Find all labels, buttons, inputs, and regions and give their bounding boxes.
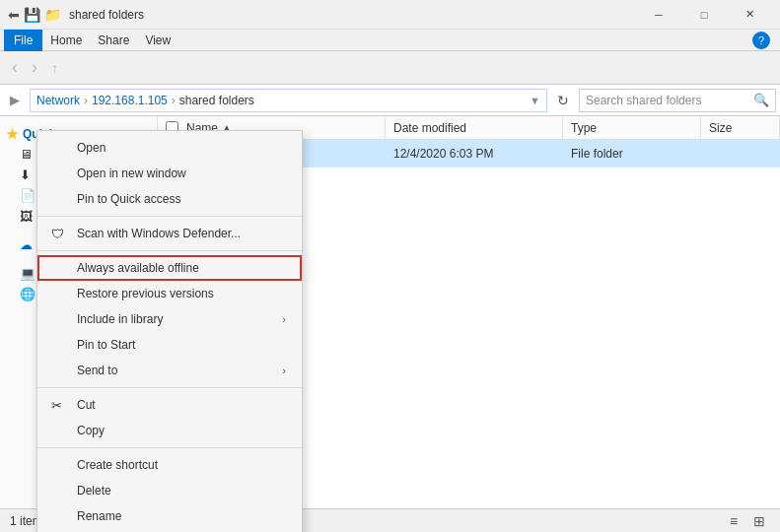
ctx-pin-quick-access[interactable]: Pin to Quick access: [37, 186, 302, 212]
up-button[interactable]: ↑: [45, 54, 64, 82]
ctx-pin-to-start[interactable]: Pin to Start: [37, 332, 302, 358]
ctx-send-to-label: Send to: [77, 364, 117, 377]
home-menu[interactable]: Home: [42, 30, 90, 51]
ctx-include-library[interactable]: Include in library ›: [37, 306, 302, 332]
ctx-divider-3: [37, 387, 302, 388]
shield-icon: 🛡: [51, 227, 64, 241]
file-size-cell: [701, 140, 780, 167]
tiles-view-button[interactable]: ⊞: [748, 511, 770, 531]
ctx-open-new-window-label: Open in new window: [77, 166, 186, 180]
path-sep-2: ›: [172, 94, 176, 107]
ctx-divider-1: [37, 216, 302, 217]
details-view-button[interactable]: ≡: [723, 511, 745, 531]
ctx-delete-label: Delete: [77, 484, 111, 498]
header-size-label: Size: [709, 121, 732, 135]
search-icon: 🔍: [753, 93, 769, 107]
ctx-send-to[interactable]: Send to ›: [37, 358, 302, 383]
back-button[interactable]: ‹: [6, 54, 24, 82]
path-current: shared folders: [179, 94, 254, 107]
ctx-restore-previous-label: Restore previous versions: [77, 287, 214, 300]
title-bar-save-icon: 💾: [24, 7, 40, 23]
title-bar-folder-icon: 📁: [44, 7, 61, 23]
address-path[interactable]: Network › 192.168.1.105 › shared folders…: [30, 89, 547, 112]
ctx-divider-2: [37, 250, 302, 251]
ctx-open-new-window[interactable]: Open in new window: [37, 161, 302, 186]
onedrive-icon: ☁: [20, 237, 33, 252]
file-type: File folder: [571, 147, 623, 161]
ctx-scan-defender-label: Scan with Windows Defender...: [77, 227, 241, 240]
forward-button[interactable]: ›: [26, 54, 43, 82]
star-icon: ★: [6, 126, 19, 142]
path-network[interactable]: Network: [36, 94, 80, 107]
ctx-delete[interactable]: Delete: [37, 478, 302, 503]
ctx-divider-4: [37, 447, 302, 448]
view-controls: ≡ ⊞: [723, 511, 770, 531]
ctx-cut-label: Cut: [77, 398, 96, 412]
address-nav-icon: ▶: [4, 87, 26, 114]
search-box[interactable]: Search shared folders 🔍: [579, 89, 776, 112]
documents-icon: 📄: [20, 188, 35, 203]
downloads-icon: ⬇: [20, 167, 31, 182]
header-date-modified-label: Date modified: [393, 121, 466, 135]
title-bar-back-icon: ⬅: [8, 7, 20, 23]
ctx-copy[interactable]: Copy: [37, 418, 302, 443]
help-icon[interactable]: ?: [752, 32, 770, 49]
file-menu[interactable]: File: [4, 30, 42, 51]
ctx-create-shortcut-label: Create shortcut: [77, 458, 158, 472]
search-placeholder: Search shared folders: [586, 94, 701, 107]
ctx-include-library-arrow: ›: [282, 313, 286, 325]
file-date-cell: 12/4/2020 6:03 PM: [386, 140, 563, 167]
ctx-include-library-label: Include in library: [77, 312, 163, 326]
desktop-icon: 🖥: [20, 147, 33, 162]
share-menu[interactable]: Share: [90, 30, 137, 51]
ctx-rename[interactable]: Rename: [37, 503, 302, 529]
context-menu: Open Open in new window Pin to Quick acc…: [36, 130, 303, 532]
address-bar: ▶ Network › 192.168.1.105 › shared folde…: [0, 85, 780, 116]
ctx-pin-to-start-label: Pin to Start: [77, 338, 135, 352]
title-bar-app-icons: ⬅ 💾 📁: [8, 7, 61, 23]
thispc-icon: 💻: [20, 266, 35, 281]
ctx-rename-label: Rename: [77, 509, 121, 523]
ctx-create-shortcut[interactable]: Create shortcut: [37, 452, 302, 478]
ctx-open-label: Open: [77, 141, 106, 155]
toolbar: ‹ › ↑: [0, 51, 780, 85]
ctx-copy-label: Copy: [77, 424, 105, 437]
menu-bar: File Home Share View ?: [0, 30, 780, 51]
refresh-button[interactable]: ↻: [551, 89, 575, 112]
path-ip[interactable]: 192.168.1.105: [92, 94, 168, 107]
pictures-icon: 🖼: [20, 209, 33, 224]
ctx-always-offline-label: Always available offline: [77, 261, 199, 275]
ctx-restore-previous[interactable]: Restore previous versions: [37, 281, 302, 306]
path-sep-1: ›: [84, 94, 88, 107]
ctx-scan-defender[interactable]: 🛡 Scan with Windows Defender...: [37, 221, 302, 246]
maximize-button[interactable]: □: [681, 0, 727, 30]
ctx-open[interactable]: Open: [37, 135, 302, 161]
network-icon: 🌐: [20, 287, 35, 301]
title-bar-controls: ─ □ ✕: [636, 0, 772, 30]
cut-icon: ✂: [51, 398, 62, 413]
file-type-cell: File folder: [563, 140, 701, 167]
file-date: 12/4/2020 6:03 PM: [393, 147, 493, 161]
path-dropdown-icon[interactable]: ▼: [530, 95, 540, 106]
close-button[interactable]: ✕: [727, 0, 772, 30]
header-date-modified[interactable]: Date modified: [386, 116, 563, 139]
ctx-cut[interactable]: ✂ Cut: [37, 392, 302, 418]
view-menu[interactable]: View: [137, 30, 178, 51]
ctx-always-available-offline[interactable]: Always available offline: [37, 255, 302, 281]
header-size[interactable]: Size: [701, 116, 780, 139]
header-type-label: Type: [571, 121, 597, 135]
title-bar: ⬅ 💾 📁 shared folders ─ □ ✕: [0, 0, 780, 30]
minimize-button[interactable]: ─: [636, 0, 681, 30]
ctx-send-to-arrow: ›: [282, 365, 286, 376]
title-bar-title: shared folders: [69, 8, 636, 22]
header-type[interactable]: Type: [563, 116, 701, 139]
ctx-pin-quick-access-label: Pin to Quick access: [77, 192, 180, 206]
